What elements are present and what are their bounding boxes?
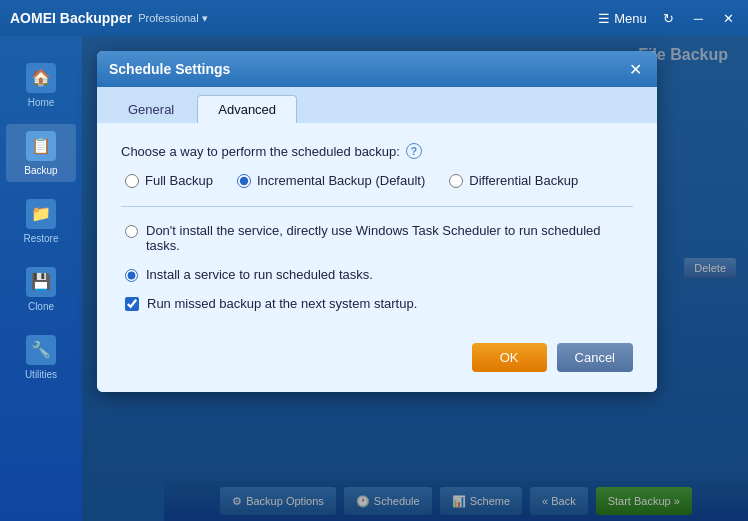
- title-bar-left: AOMEI Backupper Professional ▾: [10, 10, 208, 26]
- dialog-footer: OK Cancel: [97, 331, 657, 392]
- menu-button[interactable]: ☰ Menu: [598, 11, 647, 26]
- minimize-button[interactable]: ─: [690, 9, 707, 28]
- sidebar-item-restore[interactable]: 📁 Restore: [6, 192, 76, 250]
- sidebar: 🏠 Home 📋 Backup 📁 Restore 💾 Clone 🔧 Util…: [0, 36, 82, 521]
- sidebar-item-home-label: Home: [28, 97, 55, 108]
- tab-advanced[interactable]: Advanced: [197, 95, 297, 123]
- clone-icon: 💾: [26, 267, 56, 297]
- radio-differential-backup[interactable]: Differential Backup: [449, 173, 578, 188]
- utilities-icon: 🔧: [26, 335, 56, 365]
- menu-icon: ☰: [598, 11, 610, 26]
- tab-bar: General Advanced: [97, 87, 657, 123]
- sidebar-item-clone-label: Clone: [28, 301, 54, 312]
- radio-differential-backup-input[interactable]: [449, 174, 463, 188]
- radio-task-scheduler-input[interactable]: [125, 225, 138, 238]
- sidebar-item-utilities-label: Utilities: [25, 369, 57, 380]
- dialog-title: Schedule Settings: [109, 61, 230, 77]
- refresh-button[interactable]: ↻: [659, 9, 678, 28]
- option-task-scheduler: Don't install the service, directly use …: [121, 223, 633, 253]
- section-label: Choose a way to perform the scheduled ba…: [121, 143, 633, 159]
- backup-type-options: Full Backup Incremental Backup (Default)…: [121, 173, 633, 188]
- ok-button[interactable]: OK: [472, 343, 547, 372]
- dialog-body: Choose a way to perform the scheduled ba…: [97, 123, 657, 331]
- radio-full-backup[interactable]: Full Backup: [125, 173, 213, 188]
- radio-install-service-input[interactable]: [125, 269, 138, 282]
- install-service-label[interactable]: Install a service to run scheduled tasks…: [146, 267, 373, 282]
- title-bar-right: ☰ Menu ↻ ─ ✕: [598, 9, 738, 28]
- sidebar-item-home[interactable]: 🏠 Home: [6, 56, 76, 114]
- backup-icon: 📋: [26, 131, 56, 161]
- sidebar-item-utilities[interactable]: 🔧 Utilities: [6, 328, 76, 386]
- tab-general[interactable]: General: [107, 95, 195, 123]
- radio-incremental-backup-input[interactable]: [237, 174, 251, 188]
- divider: [121, 206, 633, 207]
- app-edition: Professional ▾: [138, 12, 208, 25]
- cancel-button[interactable]: Cancel: [557, 343, 633, 372]
- sidebar-item-clone[interactable]: 💾 Clone: [6, 260, 76, 318]
- schedule-settings-dialog: Schedule Settings ✕ General Advanced Cho…: [97, 51, 657, 392]
- home-icon: 🏠: [26, 63, 56, 93]
- app-window: AOMEI Backupper Professional ▾ ☰ Menu ↻ …: [0, 0, 748, 521]
- app-title: AOMEI Backupper: [10, 10, 132, 26]
- restore-icon: 📁: [26, 199, 56, 229]
- dialog-overlay: Schedule Settings ✕ General Advanced Cho…: [82, 36, 748, 521]
- window-close-button[interactable]: ✕: [719, 9, 738, 28]
- radio-incremental-backup[interactable]: Incremental Backup (Default): [237, 173, 425, 188]
- title-bar: AOMEI Backupper Professional ▾ ☰ Menu ↻ …: [0, 0, 748, 36]
- run-missed-label[interactable]: Run missed backup at the next system sta…: [147, 296, 417, 311]
- sidebar-item-restore-label: Restore: [23, 233, 58, 244]
- option-install-service: Install a service to run scheduled tasks…: [121, 267, 633, 282]
- radio-full-backup-input[interactable]: [125, 174, 139, 188]
- run-missed-checkbox[interactable]: [125, 297, 139, 311]
- dialog-close-button[interactable]: ✕: [625, 59, 645, 79]
- menu-label: Menu: [614, 11, 647, 26]
- sidebar-item-backup-label: Backup: [24, 165, 57, 176]
- sidebar-item-backup[interactable]: 📋 Backup: [6, 124, 76, 182]
- task-scheduler-label[interactable]: Don't install the service, directly use …: [146, 223, 633, 253]
- help-icon[interactable]: ?: [406, 143, 422, 159]
- dialog-title-bar: Schedule Settings ✕: [97, 51, 657, 87]
- checkbox-run-missed: Run missed backup at the next system sta…: [121, 296, 633, 311]
